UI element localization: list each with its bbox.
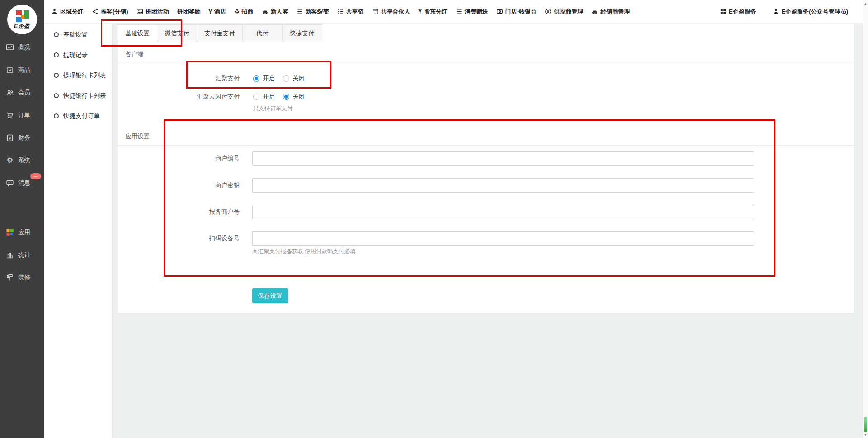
car-icon	[262, 8, 269, 15]
field-row-scan-device: 扫码设备号	[118, 231, 854, 246]
nav-item-share-partner[interactable]: 共享合伙人	[372, 8, 410, 16]
circle-icon	[54, 93, 59, 98]
field-row-merchant-key: 商户密钥	[118, 178, 854, 193]
tab-basic-settings[interactable]: 基础设置	[118, 24, 157, 42]
scroll-up-arrow[interactable]: ▲	[863, 2, 868, 5]
sidebar-item-system[interactable]: ⚙ 系统	[0, 149, 44, 172]
sidebar-item-finance[interactable]: ¥ 财务	[0, 127, 44, 149]
recycle-icon: ♻	[234, 9, 240, 14]
sidebar-item-overview[interactable]: 概况	[0, 36, 44, 59]
sidebar-item-members[interactable]: 会员	[0, 81, 44, 104]
scan-device-note: 向汇聚支付报备获取,使用付款码支付必填	[252, 248, 854, 255]
field-row-merchant-number: 商户编号	[118, 151, 854, 166]
nav-item-new-customer[interactable]: 新客裂变	[297, 8, 329, 16]
field-row-registered-merchant: 报备商户号	[118, 205, 854, 219]
subnav-item-quick-pay-orders[interactable]: 快捷支付订单	[44, 106, 112, 126]
nav-item-group-activity[interactable]: 拼团活动	[137, 8, 169, 16]
top-navigation: 区域分红 推客(分销) 拼团活动 拼团奖励 ¥ 酒店 ♻ 招商 新人奖 新客裂变	[44, 0, 863, 24]
circle-icon	[54, 73, 59, 78]
radio-unionpay-off[interactable]: 关闭	[283, 93, 305, 101]
setting-label: 汇聚云闪付支付	[118, 93, 240, 101]
merchant-number-input[interactable]	[252, 151, 754, 166]
tab-alipay[interactable]: 支付宝支付	[197, 24, 243, 42]
nav-item-account[interactable]: E企盈服务(公众号管理员)	[773, 8, 848, 16]
nav-item-hotel[interactable]: ¥ 酒店	[209, 8, 226, 16]
nav-item-group-reward[interactable]: 拼团奖励	[177, 8, 201, 16]
users-icon	[6, 89, 14, 97]
app-logo[interactable]: E企盈	[0, 0, 44, 36]
scan-device-input[interactable]	[252, 231, 754, 246]
sidebar-item-message[interactable]: 消息 ...	[0, 172, 44, 194]
nav-item-newcomer-award[interactable]: 新人奖	[262, 8, 288, 16]
radio-selected-icon	[253, 75, 259, 82]
top-nav-menu: 区域分红 推客(分销) 拼团活动 拼团奖励 ¥ 酒店 ♻ 招商 新人奖 新客裂变	[51, 8, 720, 16]
sidebar-item-label: 财务	[18, 134, 30, 142]
joinpay-radio-group: 开启 关闭	[253, 72, 305, 85]
gear-icon: ⚙	[6, 156, 14, 165]
brand-name: E企盈	[14, 23, 30, 30]
sidebar-item-apps[interactable]: 应用	[0, 221, 44, 244]
svg-text:S: S	[547, 9, 549, 14]
unionpay-note: 只支持订单支付	[253, 105, 854, 113]
nav-item-investment[interactable]: ♻ 招商	[234, 8, 254, 16]
sidebar-item-label: 统计	[18, 251, 30, 259]
sidebar-item-label: 系统	[18, 156, 30, 165]
field-label: 商户密钥	[118, 181, 240, 189]
nav-item-store-cashier[interactable]: 门店-收银台	[496, 8, 537, 16]
paint-roller-icon	[6, 273, 14, 282]
field-label: 扫码设备号	[118, 235, 240, 243]
nav-item-supplier-mgmt[interactable]: S 供应商管理	[545, 8, 583, 16]
tab-quick-pay[interactable]: 快捷支付	[283, 24, 322, 42]
image-icon	[137, 8, 143, 15]
nav-item-service[interactable]: E企盈服务	[720, 8, 756, 16]
secondary-sidebar: 基础设置 提现记录 提现银行卡列表 快捷银行卡列表 快捷支付订单	[44, 24, 112, 438]
nav-item-distribution[interactable]: 推客(分销)	[92, 8, 128, 16]
setting-label: 汇聚支付	[118, 75, 240, 83]
grid-icon	[720, 8, 726, 15]
user-icon	[773, 8, 779, 15]
save-settings-button[interactable]: 保存设置	[252, 288, 288, 303]
nav-item-dealer-mgmt[interactable]: 经销商管理	[591, 8, 630, 16]
nav-item-share-chain[interactable]: 共享链	[337, 8, 364, 16]
subnav-item-quick-bank-cards[interactable]: 快捷银行卡列表	[44, 85, 112, 106]
sidebar-item-orders[interactable]: 订单	[0, 104, 44, 127]
scroll-down-arrow[interactable]: ▼	[863, 433, 868, 437]
section-title-app-settings: 应用设置	[125, 132, 854, 141]
radio-joinpay-on[interactable]: 开启	[253, 75, 275, 83]
finance-book-icon: ¥	[6, 134, 14, 142]
radio-joinpay-off[interactable]: 关闭	[283, 75, 305, 83]
scrollbar-thumb[interactable]	[864, 417, 867, 432]
field-label: 商户编号	[118, 155, 240, 163]
nav-item-shareholder-dividend[interactable]: ¥ 股东分红	[419, 8, 448, 16]
person-icon	[51, 8, 58, 15]
subnav-item-withdraw-records[interactable]: 提现记录	[44, 45, 112, 65]
unionpay-radio-group: 开启 关闭	[253, 90, 305, 103]
svg-text:¥: ¥	[8, 136, 11, 141]
sidebar-item-decorate[interactable]: 装修	[0, 266, 44, 289]
apps-grid-icon	[6, 228, 14, 236]
radio-unselected-icon	[253, 94, 259, 100]
chat-bubble-icon	[6, 179, 14, 187]
tab-payout[interactable]: 代付	[243, 24, 283, 42]
calendar-icon	[372, 8, 379, 15]
vertical-scrollbar[interactable]: ▲ ▼	[863, 0, 868, 438]
registered-merchant-input[interactable]	[252, 205, 754, 219]
tab-wechat-pay[interactable]: 微信支付	[157, 24, 197, 42]
merchant-key-input[interactable]	[252, 178, 754, 193]
radio-unselected-icon	[283, 75, 289, 82]
content-panel: 基础设置 微信支付 支付宝支付 代付 快捷支付 客户端 汇聚支付 开启 关闭 汇…	[118, 24, 854, 313]
top-nav-account-area: E企盈服务 E企盈服务(公众号管理员)	[720, 8, 856, 16]
sidebar-item-label: 应用	[18, 228, 30, 236]
payment-tabs: 基础设置 微信支付 支付宝支付 代付 快捷支付	[118, 24, 854, 42]
subnav-item-basic-settings[interactable]: 基础设置	[44, 24, 112, 45]
sidebar-item-goods[interactable]: 商品	[0, 59, 44, 81]
section-divider	[118, 145, 854, 146]
nav-item-region-dividend[interactable]: 区域分红	[51, 8, 84, 16]
subnav-item-withdraw-bank-cards[interactable]: 提现银行卡列表	[44, 65, 112, 85]
brand-logo-icon	[15, 10, 29, 22]
setting-row-joinpay: 汇聚支付 开启 关闭	[118, 72, 854, 85]
sidebar-item-stats[interactable]: 统计	[0, 244, 44, 266]
sidebar-item-label: 会员	[18, 89, 30, 97]
radio-unionpay-on[interactable]: 开启	[253, 93, 275, 101]
nav-item-consumption-gift[interactable]: 消费赠送	[456, 8, 488, 16]
